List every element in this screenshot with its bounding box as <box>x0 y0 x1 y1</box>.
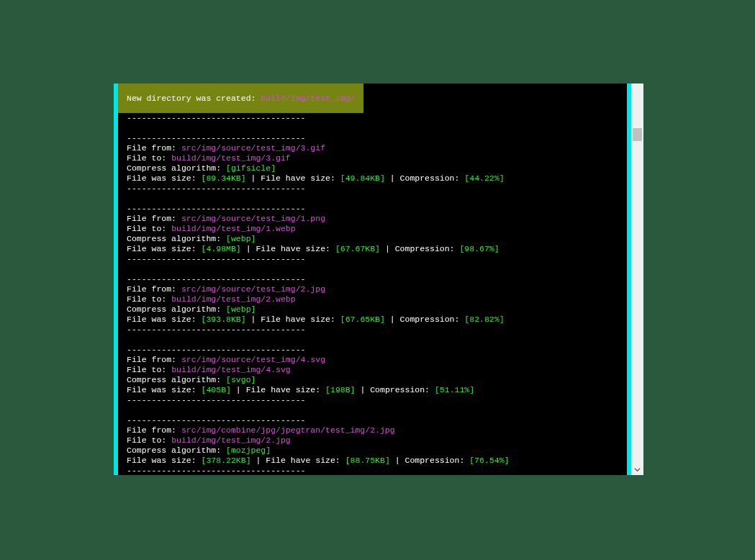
banner-label: New directory was created: <box>127 94 256 103</box>
compress-algo-label: Compress algorithm: <box>127 375 226 384</box>
separator: ------------------------------------ <box>127 204 305 213</box>
file-was-size-label: File was size: <box>127 456 202 465</box>
separator: ------------------------------------ <box>127 415 305 425</box>
terminal-output: New directory was created: build/img/tes… <box>118 83 627 475</box>
file-have-size-value: [49.84KB] <box>340 173 385 183</box>
separator: ------------------------------------ <box>127 395 305 405</box>
compress-algo-value: [webp] <box>226 304 256 314</box>
separator: ------------------------------------ <box>127 113 305 122</box>
compress-algo-label: Compress algorithm: <box>127 304 226 314</box>
file-have-size-value: [198B] <box>325 385 355 394</box>
file-from-label: File from: <box>127 214 181 223</box>
file-have-size-value: [67.67KB] <box>335 244 380 253</box>
compression-label: | Compression: <box>356 385 435 394</box>
compression-value: [82.82%] <box>464 315 504 324</box>
scrollbar[interactable] <box>631 83 643 475</box>
compress-algo-value: [webp] <box>226 234 256 243</box>
compress-algo-value: [gifsicle] <box>226 163 276 173</box>
file-from-label: File from: <box>127 284 181 294</box>
file-was-size-value: [405B] <box>202 385 231 394</box>
file-from-path: src/img/source/test_img/2.jpg <box>181 284 325 294</box>
separator: ------------------------------------ <box>127 345 305 354</box>
file-have-size-value: [88.75KB] <box>345 456 390 465</box>
compression-value: [51.11%] <box>435 385 474 394</box>
file-from-path: src/img/combine/jpg/jpegtran/test_img/2.… <box>181 425 395 435</box>
compression-value: [76.54%] <box>469 456 509 465</box>
separator: ------------------------------------ <box>127 184 305 193</box>
banner-path: build/img/test_img/ <box>261 94 355 103</box>
file-have-size-label: | File have size: <box>246 315 340 324</box>
file-from-label: File from: <box>127 425 181 435</box>
separator: ------------------------------------ <box>127 274 305 284</box>
file-have-size-label: | File have size: <box>251 456 345 465</box>
file-have-size-label: | File have size: <box>246 173 340 183</box>
file-to-label: File to: <box>127 294 171 304</box>
file-was-size-label: File was size: <box>127 315 202 324</box>
separator: ------------------------------------ <box>127 133 305 143</box>
file-from-path: src/img/source/test_img/1.png <box>181 214 325 223</box>
terminal-window: New directory was created: build/img/tes… <box>114 83 643 475</box>
file-was-size-value: [89.34KB] <box>202 173 246 183</box>
file-to-path: build/img/test_img/1.webp <box>171 224 296 233</box>
file-have-size-label: | File have size: <box>231 385 325 394</box>
terminal-lines: ------------------------------------ ---… <box>118 113 627 475</box>
scroll-down-button[interactable] <box>633 466 641 474</box>
compression-label: | Compression: <box>385 315 464 324</box>
file-to-path: build/img/test_img/2.webp <box>171 294 296 304</box>
compression-value: [44.22%] <box>464 173 504 183</box>
file-was-size-label: File was size: <box>127 385 202 394</box>
compress-algo-label: Compress algorithm: <box>127 234 226 243</box>
file-from-label: File from: <box>127 355 181 364</box>
file-was-size-value: [393.8KB] <box>202 315 246 324</box>
file-to-path: build/img/test_img/2.jpg <box>171 435 291 445</box>
file-was-size-label: File was size: <box>127 173 202 183</box>
separator: ------------------------------------ <box>127 254 305 263</box>
file-to-label: File to: <box>127 435 171 445</box>
file-to-label: File to: <box>127 365 171 374</box>
scrollbar-thumb[interactable] <box>633 128 642 141</box>
compression-value: [98.67%] <box>459 244 499 253</box>
compress-algo-label: Compress algorithm: <box>127 446 226 455</box>
file-was-size-label: File was size: <box>127 244 202 253</box>
separator: ------------------------------------ <box>127 325 305 334</box>
file-from-path: src/img/source/test_img/4.svg <box>181 355 325 364</box>
file-have-size-value: [67.65KB] <box>340 315 385 324</box>
file-to-label: File to: <box>127 153 171 163</box>
compression-label: | Compression: <box>385 173 464 183</box>
compression-label: | Compression: <box>390 456 469 465</box>
file-from-path: src/img/source/test_img/3.gif <box>181 143 325 153</box>
file-was-size-value: [378.22KB] <box>202 456 251 465</box>
separator: ------------------------------------ <box>127 466 305 475</box>
file-from-label: File from: <box>127 143 181 153</box>
compression-label: | Compression: <box>380 244 459 253</box>
file-to-label: File to: <box>127 224 171 233</box>
compress-algo-label: Compress algorithm: <box>127 163 226 173</box>
file-to-path: build/img/test_img/4.svg <box>171 365 291 374</box>
file-was-size-value: [4.98MB] <box>202 244 241 253</box>
file-have-size-label: | File have size: <box>241 244 335 253</box>
banner: New directory was created: build/img/tes… <box>118 83 363 113</box>
compress-algo-value: [svgo] <box>226 375 256 384</box>
file-to-path: build/img/test_img/3.gif <box>171 153 291 163</box>
compress-algo-value: [mozjpeg] <box>226 446 271 455</box>
